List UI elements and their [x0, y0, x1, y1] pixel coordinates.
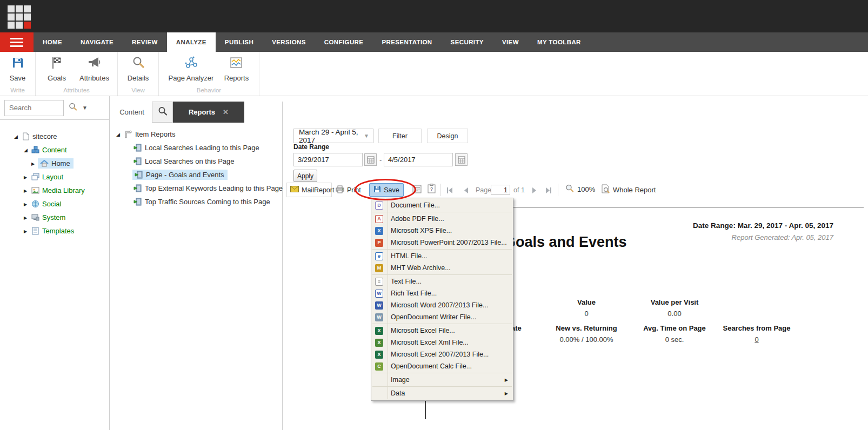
tab-reports-panel[interactable]: Reports — [173, 102, 244, 123]
search-options-chevron-icon[interactable] — [82, 105, 88, 111]
menu-item-document-file[interactable]: Document File... — [371, 199, 513, 211]
tab-analyze[interactable]: ANALYZE — [167, 32, 216, 52]
tab-my-toolbar[interactable]: MY TOOLBAR — [528, 32, 590, 52]
ribbon-group-label-attributes: Attributes — [63, 85, 90, 96]
details-button[interactable]: Details — [125, 56, 151, 85]
whole-report-button[interactable]: Whole Report — [601, 184, 656, 195]
search-input[interactable] — [4, 100, 64, 116]
ribbon-group-behavior: Page Analyzer Reports Behavior — [159, 52, 259, 96]
menu-item-excel-file[interactable]: Microsoft Excel File... — [371, 325, 513, 337]
expander-closed-icon[interactable] — [24, 229, 30, 234]
tree-item-report-0[interactable]: Local Searches Leading to this Page — [116, 141, 281, 154]
tab-versions[interactable]: VERSIONS — [263, 32, 315, 52]
design-button[interactable]: Design — [427, 129, 468, 143]
expander-closed-icon[interactable] — [31, 161, 38, 166]
menu-item-data-submenu[interactable]: Data — [371, 387, 513, 399]
stat-value-per-visit: Value per Visit 0.00 — [629, 298, 720, 318]
menu-item-html-file[interactable]: HTML File... — [371, 250, 513, 262]
mail-report-button[interactable]: MailReport — [286, 183, 332, 197]
expander-closed-icon[interactable] — [24, 174, 30, 180]
reports-tree: Item Reports Local Searches Leading to t… — [116, 127, 281, 209]
tab-content-panel[interactable]: Content — [112, 102, 152, 123]
tab-configure[interactable]: CONFIGURE — [315, 32, 373, 52]
app-grid-logo[interactable] — [8, 5, 31, 29]
search-icon[interactable] — [68, 102, 78, 114]
report-item-icon — [133, 144, 142, 152]
tab-view[interactable]: VIEW — [493, 32, 528, 52]
calendar-icon — [458, 156, 465, 164]
tab-home[interactable]: HOME — [34, 32, 71, 52]
tree-item-system[interactable]: System — [0, 211, 108, 224]
start-date-input[interactable] — [293, 153, 363, 166]
menu-item-powerpoint-file[interactable]: Microsoft PowerPoint 2007/2013 File... — [371, 237, 513, 248]
menu-item-xps-file[interactable]: Microsoft XPS File... — [371, 225, 513, 237]
reports-button[interactable]: Reports — [223, 56, 249, 85]
save-button[interactable]: Save — [5, 56, 31, 85]
chevron-down-icon — [364, 133, 369, 139]
close-icon[interactable] — [223, 108, 229, 116]
tab-presentation[interactable]: PRESENTATION — [372, 32, 441, 52]
panel-search-button[interactable] — [152, 102, 173, 123]
home-icon — [40, 159, 49, 167]
next-page-button[interactable] — [532, 186, 537, 196]
last-page-button[interactable] — [545, 186, 552, 196]
expander-closed-icon[interactable] — [24, 188, 30, 193]
menu-item-ods-calc-file[interactable]: OpenDocument Calc File... — [371, 360, 513, 372]
menu-item-pdf-file[interactable]: Adobe PDF File... — [371, 213, 513, 225]
menu-item-image-submenu[interactable]: Image — [371, 374, 513, 386]
tab-publish[interactable]: PUBLISH — [216, 32, 263, 52]
stat-new-vs-returning: New vs. Returning 0.00% / 100.00% — [540, 324, 632, 344]
tree-item-templates[interactable]: Templates — [0, 224, 108, 238]
tree-item-item-reports[interactable]: Item Reports — [116, 127, 281, 141]
tree-item-social[interactable]: Social — [0, 197, 108, 211]
date-period-dropdown[interactable]: March 29 - April 5, 2017 — [293, 129, 373, 143]
tree-item-home[interactable]: Home — [0, 157, 108, 170]
report-generated: Report Generated: Apr. 05, 2017 — [732, 233, 833, 241]
first-page-button[interactable] — [446, 186, 453, 196]
tab-navigate[interactable]: NAVIGATE — [71, 32, 123, 52]
stat-value: Value 0 — [540, 298, 632, 318]
expander-closed-icon[interactable] — [24, 201, 30, 207]
tree-item-content[interactable]: Content — [0, 143, 108, 157]
menu-item-odt-writer-file[interactable]: OpenDocument Writer File... — [371, 311, 513, 323]
tree-item-media-library[interactable]: Media Library — [0, 184, 108, 197]
tree-item-report-4[interactable]: Top Traffic Sources Coming to this Page — [116, 195, 281, 209]
document-file-icon — [375, 201, 383, 210]
report-parameters-icon[interactable]: ? — [428, 184, 436, 196]
menu-item-excel-2007-file[interactable]: Microsoft Excel 2007/2013 File... — [371, 348, 513, 360]
menu-item-mht-file[interactable]: MHT Web Archive... — [371, 262, 513, 274]
tree-item-report-2-selected[interactable]: Page - Goals and Events — [116, 168, 281, 182]
tree-item-report-3[interactable]: Top External Keywords Leading to this Pa… — [116, 182, 281, 195]
goals-button[interactable]: Goals — [44, 56, 70, 85]
searches-from-page-link[interactable]: 0 — [755, 335, 758, 344]
end-date-calendar-button[interactable] — [455, 153, 468, 166]
tree-item-report-1[interactable]: Local Searches on this Page — [116, 154, 281, 168]
expander-open-icon[interactable] — [116, 132, 123, 137]
whole-report-icon — [601, 184, 610, 195]
hamburger-menu-button[interactable] — [0, 32, 34, 52]
page-analyzer-button[interactable]: Page Analyzer — [169, 56, 214, 85]
start-date-calendar-button[interactable] — [364, 153, 377, 166]
html-file-icon — [375, 252, 383, 260]
previous-page-button[interactable] — [464, 186, 469, 196]
menu-item-word-file[interactable]: Microsoft Word 2007/2013 File... — [371, 299, 513, 311]
expander-open-icon[interactable] — [24, 147, 30, 153]
page-number-input[interactable] — [491, 185, 510, 195]
cubes-icon — [31, 146, 39, 154]
ribbon-group-label-write: Write — [10, 85, 25, 96]
menu-item-excel-xml-file[interactable]: Microsoft Excel Xml File... — [371, 337, 513, 348]
submenu-arrow-icon — [505, 391, 508, 396]
tab-security[interactable]: SECURITY — [442, 32, 493, 52]
expander-open-icon[interactable] — [14, 134, 21, 139]
zoom-control[interactable]: 100% — [565, 184, 595, 194]
end-date-input[interactable] — [384, 153, 453, 166]
menu-item-rich-text-file[interactable]: Rich Text File... — [371, 287, 513, 299]
menu-item-text-file[interactable]: Text File... — [371, 276, 513, 287]
expander-closed-icon[interactable] — [24, 215, 30, 220]
attributes-button[interactable]: Attributes — [79, 56, 109, 85]
filter-button[interactable]: Filter — [378, 129, 422, 143]
tab-review[interactable]: REVIEW — [123, 32, 167, 52]
tree-item-layout[interactable]: Layout — [0, 170, 108, 184]
apply-button[interactable]: Apply — [293, 170, 317, 182]
tree-item-sitecore[interactable]: sitecore — [0, 130, 108, 143]
